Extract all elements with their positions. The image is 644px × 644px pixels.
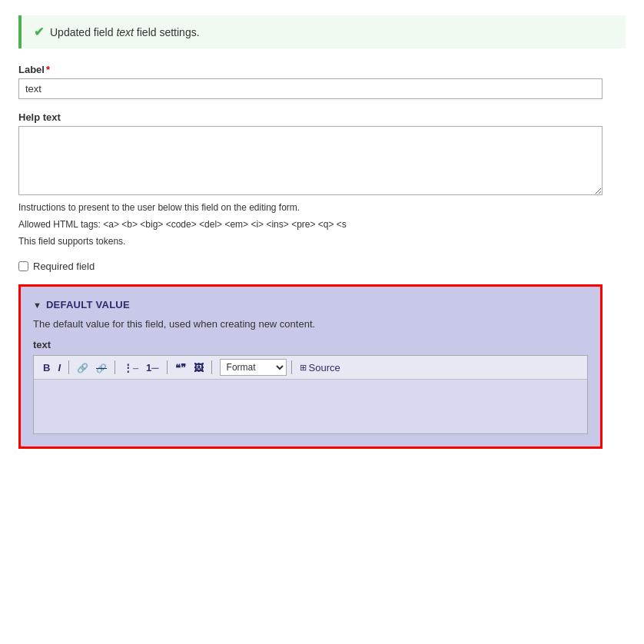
- format-select[interactable]: Format Paragraph Heading 1 Heading 2: [220, 359, 287, 376]
- label-input[interactable]: [18, 78, 603, 99]
- success-message: Updated field text field settings.: [50, 26, 200, 38]
- section-title: DEFAULT VALUE: [46, 299, 130, 310]
- unlink-button[interactable]: 🔗: [93, 360, 110, 375]
- format-dropdown-group: Format Paragraph Heading 1 Heading 2: [220, 359, 287, 376]
- required-marker: *: [46, 64, 50, 75]
- bold-button[interactable]: B: [40, 360, 53, 375]
- section-description: The default value for this field, used w…: [33, 318, 588, 330]
- label-field-group: Label*: [18, 64, 626, 99]
- link-button[interactable]: 🔗: [74, 360, 91, 375]
- image-icon: 🖼: [194, 362, 204, 373]
- required-field-checkbox[interactable]: [18, 261, 28, 271]
- link-icon: 🔗: [77, 363, 88, 373]
- help-hint-1: Instructions to present to the user belo…: [18, 201, 626, 214]
- italic-button[interactable]: I: [55, 360, 64, 375]
- image-button[interactable]: 🖼: [191, 360, 207, 375]
- check-icon: ✔: [34, 25, 44, 39]
- help-text-label: Help text: [18, 111, 626, 123]
- ol-button[interactable]: 1─: [143, 360, 161, 375]
- help-text-input[interactable]: [18, 126, 603, 195]
- toolbar-separator-3: [167, 360, 168, 374]
- default-field-label: text: [33, 339, 588, 350]
- section-triangle-icon: ▼: [33, 300, 41, 310]
- label-field-label: Label*: [18, 64, 626, 75]
- source-button[interactable]: ⊞ Source: [297, 360, 344, 376]
- source-label: Source: [309, 362, 340, 373]
- ol-icon: 1─: [146, 362, 158, 373]
- rte-content-area[interactable]: [34, 380, 587, 433]
- blockquote-button[interactable]: ❝❞: [172, 360, 189, 375]
- blockquote-icon: ❝❞: [175, 362, 186, 373]
- ul-icon: ⋮: [123, 362, 133, 373]
- unlink-icon: 🔗: [96, 363, 107, 373]
- ul-button[interactable]: ⋮─: [120, 360, 141, 375]
- help-text-field-group: Help text Instructions to present to the…: [18, 111, 626, 248]
- toolbar-separator-1: [68, 360, 69, 374]
- rte-toolbar: B I 🔗 🔗 ⋮─ 1─ ❝❞: [34, 356, 587, 380]
- rich-text-editor: B I 🔗 🔗 ⋮─ 1─ ❝❞: [33, 355, 588, 434]
- help-hint-2: Allowed HTML tags: <a> <b> <big> <code> …: [18, 217, 626, 231]
- toolbar-separator-5: [291, 360, 292, 374]
- toolbar-separator-4: [211, 360, 212, 374]
- help-hint-3: This field supports tokens.: [18, 234, 626, 248]
- default-value-section: ▼ DEFAULT VALUE The default value for th…: [18, 284, 603, 449]
- success-banner: ✔ Updated field text field settings.: [18, 15, 626, 48]
- required-field-label: Required field: [33, 261, 95, 272]
- source-icon: ⊞: [300, 363, 307, 373]
- section-header: ▼ DEFAULT VALUE: [33, 299, 588, 310]
- required-field-row: Required field: [18, 261, 626, 272]
- toolbar-separator-2: [115, 360, 115, 374]
